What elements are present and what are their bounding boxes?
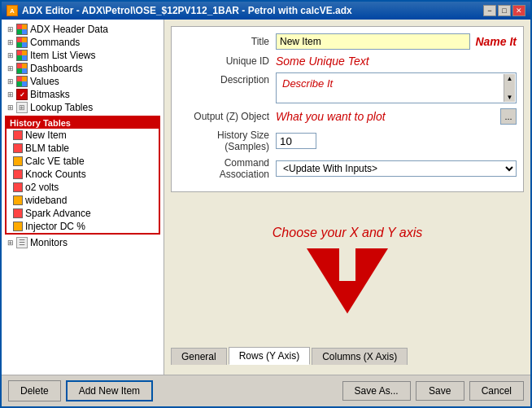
output-label: Output (Z) Object <box>178 111 276 122</box>
history-size-label: History Size (Samples) <box>178 129 276 152</box>
right-panel: Title Name It Unique ID Some Unique Text… <box>164 20 530 375</box>
maximize-button[interactable]: □ <box>498 5 511 16</box>
expander-adx-header[interactable]: ⊞ <box>5 24 16 35</box>
tabs-area: General Rows (Y Axis) Columns (X Axis) <box>171 347 524 368</box>
bottom-bar: Delete Add New Item Save As... Save Canc… <box>2 375 530 406</box>
expander-bitmasks[interactable]: ⊞ <box>5 89 16 100</box>
label-lookup-tables: Lookup Tables <box>30 102 93 113</box>
tree-item-adx-header[interactable]: ⊞ ADX Header Data <box>2 23 164 36</box>
history-size-input[interactable] <box>276 133 316 149</box>
description-label: Description <box>178 72 276 86</box>
description-row: Description Describe It ▲ ▼ <box>178 72 517 103</box>
icon-bitmasks: ✓ <box>16 89 28 100</box>
save-as-button[interactable]: Save As... <box>342 381 411 401</box>
title-row: Title Name It <box>178 33 517 50</box>
expander-monitors[interactable]: ⊞ <box>5 237 16 248</box>
label-spark-advance: Spark Advance <box>25 208 91 219</box>
delete-button[interactable]: Delete <box>8 380 61 401</box>
icon-item-list-views <box>16 50 28 61</box>
arrow-label: Choose your X and Y axis <box>273 226 422 240</box>
title-bar-left: A ADX Editor - ADX\Petrol\OSE_$12PV112_1… <box>7 5 352 16</box>
expander-values[interactable]: ⊞ <box>5 76 16 87</box>
label-monitors: Monitors <box>30 237 68 248</box>
title-bar-controls: − □ ✕ <box>483 5 525 16</box>
expander-dashboards[interactable]: ⊞ <box>5 63 16 74</box>
title-bar: A ADX Editor - ADX\Petrol\OSE_$12PV112_1… <box>2 2 530 20</box>
description-input[interactable] <box>276 72 517 103</box>
scrollbar-up[interactable]: ▲ <box>505 75 514 82</box>
label-new-item: New Item <box>25 129 67 141</box>
label-o2-volts: o2 volts <box>25 182 59 193</box>
icon-spark-advance <box>13 208 23 218</box>
icon-calc-ve <box>13 156 23 166</box>
history-tables-section: History Tables New Item BLM table Calc V… <box>5 116 160 235</box>
history-tables-header: History Tables <box>7 117 159 129</box>
title-annotation: Name It <box>475 35 517 48</box>
tree-item-dashboards[interactable]: ⊞ Dashboards <box>2 62 164 75</box>
tree-item-lookup-tables[interactable]: ⊞ ⊞ Lookup Tables <box>2 101 164 114</box>
icon-o2-volts <box>13 182 23 192</box>
output-annotation: What you want to plot <box>276 110 499 123</box>
label-commands: Commands <box>30 37 80 48</box>
minimize-button[interactable]: − <box>483 5 496 16</box>
icon-blm-table <box>13 143 23 153</box>
expander-lookup-tables[interactable]: ⊞ <box>5 102 16 113</box>
tab-columns-x[interactable]: Columns (X Axis) <box>312 348 408 365</box>
command-label: Command Association <box>178 157 276 180</box>
icon-injector-dc <box>13 222 23 231</box>
cancel-button[interactable]: Cancel <box>469 381 524 401</box>
history-item-new-item[interactable]: New Item <box>7 129 159 142</box>
history-item-knock-counts[interactable]: Knock Counts <box>7 168 159 181</box>
history-size-row: History Size (Samples) <box>178 129 517 152</box>
label-blm-table: BLM table <box>25 143 69 154</box>
tree-item-monitors[interactable]: ⊞ ☰ Monitors <box>2 236 164 249</box>
history-items-list: New Item BLM table Calc VE table Knock C… <box>7 129 159 233</box>
history-item-spark-advance[interactable]: Spark Advance <box>7 207 159 220</box>
app-icon: A <box>7 5 18 16</box>
output-browse-button[interactable]: ... <box>500 108 517 125</box>
tab-rows-y[interactable]: Rows (Y Axis) <box>229 347 310 365</box>
icon-commands <box>16 37 28 48</box>
unique-id-label: Unique ID <box>178 55 276 67</box>
label-knock-counts: Knock Counts <box>25 169 86 180</box>
tree-item-bitmasks[interactable]: ⊞ ✓ Bitmasks <box>2 88 164 101</box>
scrollbar-down[interactable]: ▼ <box>505 94 514 101</box>
history-item-blm-table[interactable]: BLM table <box>7 142 159 155</box>
unique-id-row: Unique ID Some Unique Text <box>178 55 517 68</box>
command-row: Command Association <Update With Inputs>… <box>178 157 517 180</box>
icon-wideband <box>13 195 23 205</box>
bottom-left-buttons: Delete Add New Item <box>8 380 153 401</box>
main-content: ⊞ ADX Header Data ⊞ Commands ⊞ Item List… <box>2 20 530 375</box>
label-item-list-views: Item List Views <box>30 50 95 61</box>
icon-adx-header <box>16 24 28 35</box>
label-adx-header: ADX Header Data <box>30 24 108 35</box>
history-tables-label: History Tables <box>10 118 71 128</box>
icon-new-item <box>13 130 23 140</box>
bottom-right-buttons: Save As... Save Cancel <box>342 381 524 401</box>
tree-item-commands[interactable]: ⊞ Commands <box>2 36 164 49</box>
icon-values <box>16 76 28 87</box>
output-row: Output (Z) Object What you want to plot … <box>178 108 517 125</box>
save-button[interactable]: Save <box>416 381 464 401</box>
history-item-calc-ve[interactable]: Calc VE table <box>7 155 159 168</box>
unique-id-annotation: Some Unique Text <box>276 55 517 68</box>
title-input[interactable] <box>276 33 470 50</box>
history-item-o2-volts[interactable]: o2 volts <box>7 181 159 194</box>
title-label: Title <box>178 36 276 47</box>
label-wideband: wideband <box>25 195 67 206</box>
history-item-wideband[interactable]: wideband <box>7 194 159 207</box>
expander-commands[interactable]: ⊞ <box>5 37 16 48</box>
label-injector-dc: Injector DC % <box>25 221 85 232</box>
close-button[interactable]: ✕ <box>512 5 525 16</box>
icon-lookup-tables: ⊞ <box>16 102 28 113</box>
command-select[interactable]: <Update With Inputs>NoneManual <box>276 160 517 177</box>
history-item-injector-dc[interactable]: Injector DC % <box>7 220 159 233</box>
add-new-item-button[interactable]: Add New Item <box>66 380 153 401</box>
tab-general[interactable]: General <box>171 348 227 365</box>
label-dashboards: Dashboards <box>30 63 83 74</box>
tree-item-item-list-views[interactable]: ⊞ Item List Views <box>2 49 164 62</box>
expander-item-list-views[interactable]: ⊞ <box>5 50 16 61</box>
label-values: Values <box>30 76 59 87</box>
label-calc-ve: Calc VE table <box>25 156 85 167</box>
tree-item-values[interactable]: ⊞ Values <box>2 75 164 88</box>
